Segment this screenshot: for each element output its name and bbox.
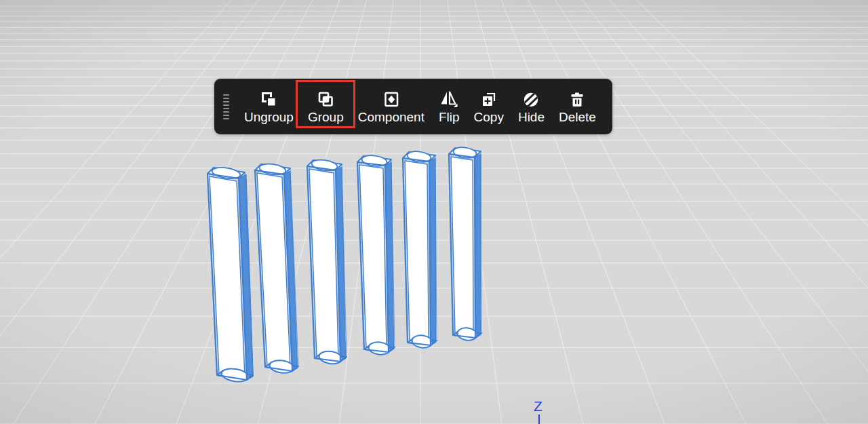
- z-axis-label: Z: [534, 398, 542, 415]
- workplane-scene[interactable]: [0, 0, 868, 424]
- selected-object-3[interactable]: [307, 158, 347, 365]
- selected-object-1[interactable]: [208, 166, 253, 383]
- ungroup-label: Ungroup: [244, 110, 294, 124]
- selected-object-5[interactable]: [403, 150, 437, 349]
- selected-object-6[interactable]: [449, 146, 481, 341]
- ungroup-button[interactable]: Ungroup: [244, 90, 294, 124]
- copy-button[interactable]: Copy: [474, 90, 504, 124]
- flip-label: Flip: [439, 110, 460, 124]
- hide-label: Hide: [518, 110, 545, 124]
- z-axis-line: [538, 415, 540, 424]
- selected-object-2[interactable]: [255, 162, 298, 374]
- component-label: Component: [358, 110, 425, 124]
- component-button[interactable]: Component: [358, 90, 425, 124]
- group-icon: [317, 90, 334, 109]
- hide-button[interactable]: Hide: [518, 90, 545, 124]
- copy-icon: [480, 90, 498, 109]
- ungroup-icon: [260, 90, 277, 109]
- delete-button[interactable]: Delete: [559, 90, 596, 124]
- flip-icon: [439, 90, 458, 109]
- copy-label: Copy: [474, 110, 504, 124]
- canvas-3d-viewport[interactable]: Ungroup Group Component Flip Copy Hide D…: [0, 0, 868, 424]
- toolbar-drag-handle[interactable]: [222, 93, 230, 121]
- floating-toolbar: Ungroup Group Component Flip Copy Hide D…: [214, 79, 612, 134]
- component-icon: [382, 90, 400, 109]
- group-button[interactable]: Group: [308, 90, 344, 124]
- delete-icon: [568, 90, 586, 109]
- flip-button[interactable]: Flip: [439, 90, 460, 124]
- group-label: Group: [308, 110, 344, 124]
- delete-label: Delete: [559, 110, 596, 124]
- selected-object-4[interactable]: [357, 154, 395, 355]
- hide-icon: [522, 90, 540, 109]
